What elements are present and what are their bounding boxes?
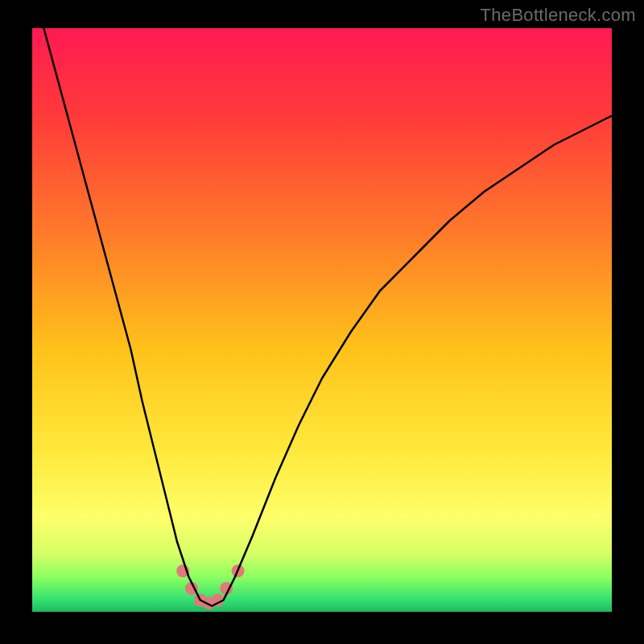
chart-frame: TheBottleneck.com: [0, 0, 644, 644]
watermark-text: TheBottleneck.com: [481, 5, 636, 26]
chart-svg: [0, 0, 644, 644]
plot-background: [32, 28, 612, 612]
